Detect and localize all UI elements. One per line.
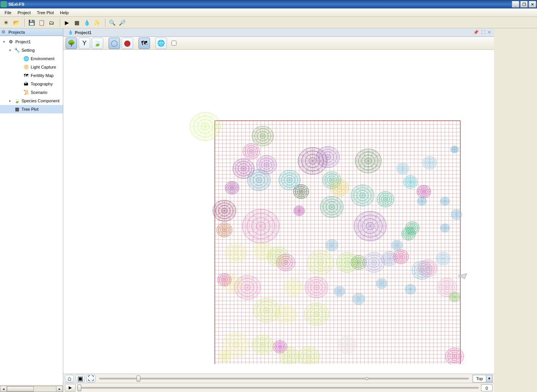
tree-environment[interactable]: 🌐 Environment bbox=[0, 54, 63, 63]
maximize-icon[interactable]: ⛶ bbox=[481, 30, 485, 35]
map-icon: 🗺 bbox=[23, 72, 29, 79]
tree-species[interactable]: ▸ 🍃 Species Component bbox=[0, 97, 63, 105]
zoom-out-button[interactable]: 🔎 bbox=[117, 18, 127, 27]
document-tab[interactable]: 💧 Project1 bbox=[65, 29, 94, 36]
tree-label: Light Capture bbox=[31, 65, 56, 69]
wrench-icon: 🔧 bbox=[14, 47, 20, 53]
run-button[interactable]: ▶ bbox=[62, 18, 71, 27]
script-icon: 📜 bbox=[23, 89, 29, 95]
globe-button[interactable]: 🌐 bbox=[155, 38, 167, 49]
new-project-button[interactable]: ✳ bbox=[2, 18, 11, 27]
collapse-icon[interactable]: ▾ bbox=[8, 48, 12, 52]
map-mode-button[interactable]: 🗺 bbox=[138, 38, 150, 49]
tree-label: Project1 bbox=[15, 39, 31, 44]
tree-label: Species Component bbox=[21, 98, 59, 103]
expand-icon[interactable]: ▸ bbox=[8, 98, 12, 103]
menu-bar: File Project Tree Plot Help bbox=[0, 8, 537, 17]
slider-marker bbox=[365, 377, 368, 380]
shape-circle-button[interactable]: ◯ bbox=[109, 38, 120, 49]
grid-button[interactable]: ▦ bbox=[72, 18, 81, 27]
globe-icon: 🌐 bbox=[23, 56, 29, 62]
menu-project[interactable]: Project bbox=[15, 10, 34, 16]
save-as-button[interactable]: 📋 bbox=[37, 18, 46, 27]
minimize-button[interactable]: _ bbox=[512, 1, 519, 8]
document-area: 💧 Project1 📌 ⛶ ✕ 🌳 Y 🍃 ◯ ⬤ 🗺 🌐 bbox=[63, 28, 494, 392]
view-controls-bar: ⌂ ▣ ⛶ Top ▼ bbox=[63, 374, 494, 383]
view-dropdown[interactable]: Top ▼ bbox=[473, 375, 493, 382]
view-trunk-button[interactable]: Y bbox=[79, 38, 90, 49]
tree-label: Fertility Map bbox=[31, 73, 54, 78]
open-button[interactable]: 📂 bbox=[12, 18, 21, 27]
project-tree: ▾ ⚙ Project1 ▾ 🔧 Setting 🌐 Environment 🔆… bbox=[0, 36, 63, 385]
sidebar-header: ⚙ Projects bbox=[0, 28, 63, 36]
pin-icon[interactable]: 📌 bbox=[473, 30, 479, 35]
view-dropdown-label: Top bbox=[473, 376, 486, 381]
terrain-icon: 🏔 bbox=[23, 81, 29, 87]
grid-icon: ▦ bbox=[14, 106, 20, 112]
tree-topography[interactable]: 🏔 Topography bbox=[0, 80, 63, 88]
plot-canvas[interactable] bbox=[63, 50, 494, 374]
leaf-icon: 🍃 bbox=[14, 98, 20, 104]
water-button[interactable]: 💧 bbox=[82, 18, 91, 27]
tree-project-root[interactable]: ▾ ⚙ Project1 bbox=[0, 38, 63, 46]
tree-light-capture[interactable]: 🔆 Light Capture bbox=[0, 63, 63, 71]
tree-tree-plot[interactable]: ▦ Tree Plot bbox=[0, 105, 63, 113]
export-button[interactable]: 🗂 bbox=[47, 18, 56, 27]
extent-button[interactable]: ⛶ bbox=[86, 375, 96, 382]
tree-label: Scenario bbox=[31, 90, 47, 95]
document-tabbar: 💧 Project1 📌 ⛶ ✕ bbox=[63, 28, 494, 37]
document-tab-title: Project1 bbox=[75, 30, 91, 35]
gear-icon: ⚙ bbox=[2, 30, 7, 35]
app-icon bbox=[1, 1, 7, 7]
save-button[interactable]: 💾 bbox=[27, 18, 36, 27]
collapse-icon[interactable]: ▾ bbox=[2, 39, 6, 44]
tree-fertility-map[interactable]: 🗺 Fertility Map bbox=[0, 71, 63, 80]
close-tab-icon[interactable]: ✕ bbox=[488, 30, 491, 35]
zoom-slider[interactable] bbox=[99, 378, 469, 379]
toggle-checkbox[interactable] bbox=[171, 41, 176, 46]
menu-tree-plot[interactable]: Tree Plot bbox=[34, 10, 57, 16]
gears-icon: ⚙ bbox=[8, 39, 14, 45]
view-canopy-button[interactable]: 🌳 bbox=[66, 38, 77, 49]
sidebar-title: Projects bbox=[8, 30, 25, 34]
project-toolbar: 🌳 Y 🍃 ◯ ⬤ 🗺 🌐 bbox=[63, 37, 494, 50]
tree-label: Environment bbox=[31, 56, 54, 61]
scroll-left-button[interactable]: ◂ bbox=[0, 386, 7, 392]
tree-setting[interactable]: ▾ 🔧 Setting bbox=[0, 46, 63, 54]
drop-icon: 💧 bbox=[68, 30, 73, 35]
view-leaf-button[interactable]: 🍃 bbox=[92, 38, 103, 49]
sidebar-scrollbar[interactable]: ◂ ▸ bbox=[0, 385, 63, 392]
scroll-right-button[interactable]: ▸ bbox=[56, 386, 63, 392]
timeline-slider[interactable] bbox=[77, 387, 479, 389]
main-toolbar: ✳ 📂 💾 📋 🗂 ▶ ▦ 💧 ✨ 🔍 🔎 bbox=[0, 17, 537, 28]
sun-icon: 🔆 bbox=[23, 64, 29, 70]
projects-sidebar: ⚙ Projects ▾ ⚙ Project1 ▾ 🔧 Setting 🌐 En… bbox=[0, 28, 63, 392]
frame-counter: 0 bbox=[481, 384, 493, 391]
tree-label: Tree Plot bbox=[21, 107, 38, 112]
title-bar: SExI-FS _ ❐ ✕ bbox=[0, 0, 537, 8]
home-view-button[interactable]: ⌂ bbox=[65, 375, 74, 382]
app-title: SExI-FS bbox=[8, 2, 25, 7]
tree-label: Setting bbox=[21, 48, 35, 52]
chevron-down-icon: ▼ bbox=[486, 375, 492, 382]
menu-file[interactable]: File bbox=[2, 10, 15, 16]
fit-view-button[interactable]: ▣ bbox=[76, 375, 85, 382]
menu-help[interactable]: Help bbox=[57, 10, 72, 16]
maximize-button[interactable]: ❐ bbox=[520, 1, 528, 8]
effects-button[interactable]: ✨ bbox=[92, 18, 101, 27]
zoom-in-button[interactable]: 🔍 bbox=[107, 18, 117, 27]
close-button[interactable]: ✕ bbox=[529, 1, 536, 8]
record-button[interactable]: ⬤ bbox=[122, 38, 133, 49]
play-timeline-button[interactable]: ▶ bbox=[65, 384, 76, 392]
tree-scenario[interactable]: 📜 Scenario bbox=[0, 88, 63, 97]
timeline-bar: ▶ 0 bbox=[63, 383, 494, 392]
tree-label: Topography bbox=[31, 82, 53, 86]
